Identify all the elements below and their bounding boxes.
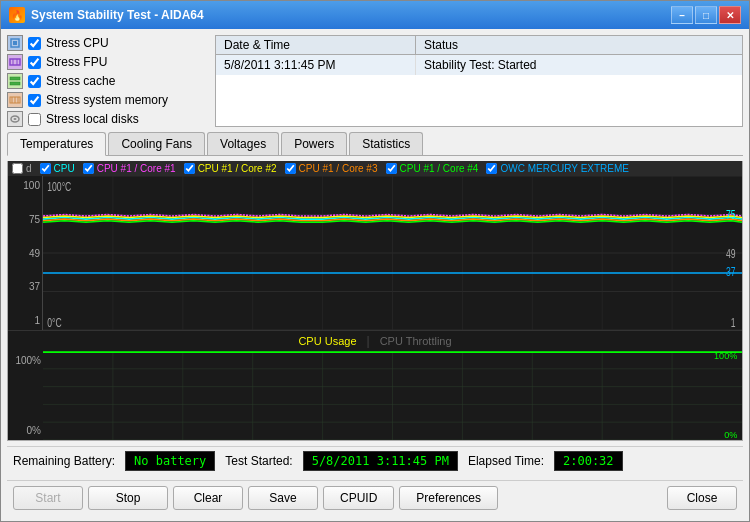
cpu-usage-title: CPU Usage [298,335,356,347]
legend-checkbox-d[interactable] [12,163,23,174]
legend-checkbox-core1[interactable] [83,163,94,174]
y-label-49: 49 [10,248,40,259]
tab-powers[interactable]: Powers [281,132,347,155]
tab-bar: Temperatures Cooling Fans Voltages Power… [7,132,743,156]
legend-item-owc: OWC MERCURY EXTREME [486,163,629,174]
usage-header: CPU Usage | CPU Throttling [8,330,742,351]
legend-label-core3: CPU #1 / Core #3 [299,163,378,174]
content-area: Stress CPU Stress FPU Stress cache [1,29,749,521]
legend-checkbox-core3[interactable] [285,163,296,174]
stress-mem-checkbox[interactable] [28,94,41,107]
tab-voltages[interactable]: Voltages [207,132,279,155]
close-window-button[interactable]: ✕ [719,6,741,24]
svg-rect-5 [10,77,20,80]
legend-item-core4: CPU #1 / Core #4 [386,163,479,174]
stress-fpu-label: Stress FPU [46,55,107,69]
usage-y-axis: 100% 0% [8,351,43,440]
main-window: 🔥 System Stability Test - AIDA64 – □ ✕ S… [0,0,750,522]
legend-checkbox-core2[interactable] [184,163,195,174]
title-bar: 🔥 System Stability Test - AIDA64 – □ ✕ [1,1,749,29]
close-button[interactable]: Close [667,486,737,510]
checkboxes-panel: Stress CPU Stress FPU Stress cache [7,35,207,127]
checkbox-item-cache: Stress cache [7,73,207,89]
elapsed-label: Elapsed Time: [468,454,544,468]
disk-icon [7,111,23,127]
log-header-datetime: Date & Time [216,36,416,54]
log-header-status: Status [416,36,466,54]
legend-checkbox-owc[interactable] [486,163,497,174]
cache-icon [7,73,23,89]
stress-fpu-checkbox[interactable] [28,56,41,69]
temp-y-axis: 100 75 49 37 1 [8,176,43,330]
legend-label-core2: CPU #1 / Core #2 [198,163,277,174]
legend-label-core4: CPU #1 / Core #4 [400,163,479,174]
legend-item-cpu: CPU [40,163,75,174]
legend-label-core1: CPU #1 / Core #1 [97,163,176,174]
legend-checkbox-cpu[interactable] [40,163,51,174]
stress-disk-checkbox[interactable] [28,113,41,126]
top-section: Stress CPU Stress FPU Stress cache [7,35,743,127]
cpu-throttling-title: CPU Throttling [380,335,452,347]
y-label-100: 100 [10,180,40,191]
window-title: System Stability Test - AIDA64 [31,8,204,22]
svg-text:37: 37 [726,265,736,279]
checkbox-item-fpu: Stress FPU [7,54,207,70]
stress-cache-label: Stress cache [46,74,115,88]
svg-text:0°C: 0°C [47,315,62,329]
minimize-button[interactable]: – [671,6,693,24]
checkbox-item-mem: Stress system memory [7,92,207,108]
battery-value: No battery [125,451,215,471]
svg-text:100%: 100% [714,351,737,361]
svg-rect-2 [10,59,20,65]
log-panel: Date & Time Status 5/8/2011 3:11:45 PM S… [215,35,743,127]
svg-text:1: 1 [731,315,736,329]
fpu-icon [7,54,23,70]
y-label-1: 1 [10,315,40,326]
checkbox-item-cpu: Stress CPU [7,35,207,51]
stop-button[interactable]: Stop [88,486,168,510]
test-started-value: 5/8/2011 3:11:45 PM [303,451,458,471]
maximize-button[interactable]: □ [695,6,717,24]
legend-label-owc: OWC MERCURY EXTREME [500,163,629,174]
chart-legend: d CPU CPU #1 / Core #1 CPU #1 / Core #2 … [8,161,742,176]
usage-chart-svg: 100% 0% [43,351,742,440]
app-icon: 🔥 [9,7,25,23]
status-bar: Remaining Battery: No battery Test Start… [7,446,743,475]
svg-rect-6 [10,82,20,85]
pipe-separator: | [367,334,370,348]
legend-item-core1: CPU #1 / Core #1 [83,163,176,174]
start-button[interactable]: Start [13,486,83,510]
title-bar-left: 🔥 System Stability Test - AIDA64 [9,7,204,23]
cpuid-button[interactable]: CPUID [323,486,394,510]
svg-rect-1 [13,41,17,45]
tab-temperatures[interactable]: Temperatures [7,132,106,156]
usage-chart-container: CPU Usage | CPU Throttling 100% 0% [8,330,742,440]
title-controls: – □ ✕ [671,6,741,24]
usage-chart-body: 100% 0% [43,351,742,440]
tab-cooling-fans[interactable]: Cooling Fans [108,132,205,155]
stress-cpu-checkbox[interactable] [28,37,41,50]
legend-label-cpu: CPU [54,163,75,174]
checkbox-item-disk: Stress local disks [7,111,207,127]
save-button[interactable]: Save [248,486,318,510]
button-bar: Start Stop Clear Save CPUID Preferences … [7,480,743,515]
battery-label: Remaining Battery: [13,454,115,468]
stress-cache-checkbox[interactable] [28,75,41,88]
preferences-button[interactable]: Preferences [399,486,498,510]
temp-chart-body: 75 49 37 1 100°C 0°C [43,176,742,330]
temp-chart-svg: 75 49 37 1 100°C 0°C [43,176,742,330]
svg-point-12 [14,118,17,120]
legend-item-core2: CPU #1 / Core #2 [184,163,277,174]
legend-checkbox-core4[interactable] [386,163,397,174]
tabs-section: Temperatures Cooling Fans Voltages Power… [7,132,743,156]
tab-statistics[interactable]: Statistics [349,132,423,155]
mem-icon [7,92,23,108]
chart-area: d CPU CPU #1 / Core #1 CPU #1 / Core #2 … [7,161,743,441]
cpu-icon [7,35,23,51]
log-row: 5/8/2011 3:11:45 PM Stability Test: Star… [216,55,742,75]
stress-mem-label: Stress system memory [46,93,168,107]
usage-chart: 100% 0% [8,351,742,440]
clear-button[interactable]: Clear [173,486,243,510]
legend-label-d: d [26,163,32,174]
stress-disk-label: Stress local disks [46,112,139,126]
